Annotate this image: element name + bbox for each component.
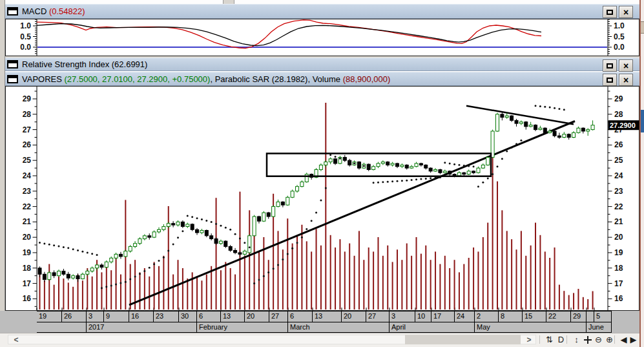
week-cell — [587, 311, 594, 322]
price-plot[interactable]: 1616171718181919202021212222232324242525… — [0, 86, 644, 311]
week-cell: 17 — [431, 311, 455, 322]
week-cell: 5 — [594, 311, 612, 322]
scroll-right-button[interactable]: > — [523, 334, 535, 345]
week-cell: 8 — [499, 311, 523, 322]
maximize-button[interactable] — [603, 6, 617, 18]
svg-text:21: 21 — [614, 217, 623, 226]
week-cell: 29 — [571, 311, 587, 322]
week-cell: 23 — [154, 311, 179, 322]
svg-text:22: 22 — [23, 202, 32, 211]
svg-text:29: 29 — [614, 94, 623, 103]
svg-text:17: 17 — [614, 279, 623, 288]
chevron-right-icon: > — [526, 335, 531, 344]
svg-text:0.5: 0.5 — [614, 32, 625, 41]
data-window-icon[interactable]: D — [556, 334, 566, 345]
symbol-label: VAPORES — [22, 74, 65, 84]
week-cell: 26 — [62, 311, 87, 322]
scale-divider — [37, 311, 612, 311]
right-strip-tab — [641, 21, 644, 34]
svg-text:26: 26 — [23, 140, 32, 149]
month-cell: June — [587, 322, 612, 333]
zoom-in-icon[interactable]: ⊕ — [604, 334, 615, 345]
month-cell: May — [475, 322, 587, 333]
maximize-icon — [607, 10, 613, 15]
ohlc-values: (27.5000, 27.0100, 27.2900, +0.75000) — [65, 74, 211, 84]
window-icon — [7, 7, 18, 16]
week-cell: 9 — [104, 311, 129, 322]
macd-title: MACD (0.54822) — [22, 6, 85, 16]
macd-titlebar[interactable]: MACD (0.54822) × — [5, 4, 639, 19]
macd-plot[interactable]: 1.01.00.50.50.00.0 — [0, 19, 644, 56]
close-button[interactable]: × — [619, 59, 633, 72]
svg-text:29: 29 — [23, 94, 32, 103]
svg-text:16: 16 — [23, 294, 32, 303]
svg-text:21: 21 — [23, 217, 32, 226]
chart-workspace: MACD (0.54822) × 1.01.00.50.50.00.0 Rela… — [0, 0, 644, 347]
month-cell: March — [288, 322, 390, 333]
week-cell: 27 — [269, 311, 288, 322]
refresh-icon[interactable]: ⇅ — [544, 334, 555, 345]
window-icon — [7, 60, 18, 68]
svg-text:23: 23 — [614, 187, 623, 196]
svg-text:20: 20 — [614, 233, 623, 242]
week-cell: 6 — [288, 311, 313, 322]
right-frame-strip — [639, 0, 644, 347]
svg-text:1.0: 1.0 — [614, 21, 625, 30]
rsi-titlebar[interactable]: Relative Strength Index (62.6991) × — [5, 58, 639, 71]
month-cell: April — [390, 322, 475, 333]
svg-text:26: 26 — [614, 140, 623, 149]
svg-text:0.0: 0.0 — [20, 43, 31, 52]
background-scrollbar-fragment — [641, 110, 644, 132]
svg-text:18: 18 — [23, 264, 32, 273]
svg-text:28: 28 — [23, 110, 32, 119]
week-cell: 15 — [523, 311, 546, 322]
svg-text:19: 19 — [23, 248, 32, 257]
close-icon: × — [623, 77, 628, 83]
svg-text:22: 22 — [614, 202, 623, 211]
svg-text:18: 18 — [614, 264, 623, 273]
week-cell: 20 — [342, 311, 366, 322]
week-cell: 24 — [455, 311, 475, 322]
month-cell — [37, 322, 87, 333]
horizontal-scrollbar-thumb[interactable] — [405, 335, 521, 344]
svg-text:20: 20 — [23, 233, 32, 242]
close-button[interactable]: × — [619, 74, 633, 86]
close-icon: × — [623, 9, 628, 16]
toolbar-separator — [566, 335, 567, 344]
window-icon — [7, 75, 18, 83]
svg-text:25: 25 — [614, 156, 623, 165]
svg-text:16: 16 — [614, 294, 623, 303]
zoom-out-icon[interactable]: ⊖ — [593, 334, 604, 345]
maximize-button[interactable] — [603, 74, 617, 86]
sar-volume-label: , Parabolic SAR (28.1982), Volume — [210, 74, 342, 84]
svg-text:23: 23 — [23, 187, 32, 196]
svg-text:1.0: 1.0 — [20, 21, 31, 30]
svg-text:24: 24 — [23, 171, 32, 180]
week-cell: 30 — [179, 311, 197, 322]
last-price-tag: 27.2900 — [608, 120, 639, 130]
week-cell: 13 — [221, 311, 245, 322]
week-cell: 3 — [87, 311, 104, 322]
macd-title-value: (0.54822) — [49, 6, 85, 16]
svg-text:24: 24 — [614, 171, 623, 180]
scale-divider — [37, 322, 612, 322]
maximize-icon — [607, 78, 613, 83]
svg-text:28: 28 — [614, 110, 623, 119]
pan-icon[interactable] — [582, 334, 593, 345]
week-cell: 6 — [197, 311, 221, 322]
scroll-left-button[interactable]: < — [10, 334, 22, 345]
week-cell: 13 — [313, 311, 342, 322]
macd-title-label: MACD — [22, 6, 49, 16]
volume-value: (88,900,000) — [343, 74, 391, 84]
week-cell: 2 — [475, 311, 499, 322]
date-scale: 1926391623306132027613202731017242815222… — [0, 311, 644, 333]
toolbar-separator — [539, 335, 540, 344]
svg-text:25: 25 — [23, 156, 32, 165]
close-icon: × — [623, 63, 628, 69]
price-titlebar[interactable]: VAPORES (27.5000, 27.0100, 27.2900, +0.7… — [5, 72, 639, 86]
chevron-left-icon: < — [14, 335, 18, 344]
vertical-zoom-icon[interactable]: ↕ — [571, 334, 582, 345]
maximize-button[interactable] — [603, 59, 617, 72]
close-button[interactable]: × — [619, 6, 633, 18]
week-cell: 3 — [390, 311, 415, 322]
